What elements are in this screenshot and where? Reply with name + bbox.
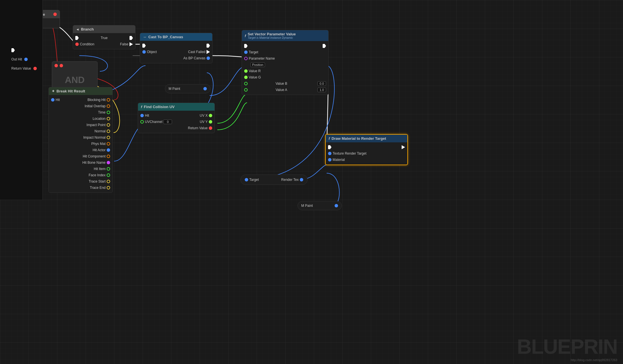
- out-hit-pin[interactable]: [24, 58, 28, 61]
- svp-valb-in[interactable]: [244, 82, 248, 85]
- branch-false-pin[interactable]: [130, 42, 133, 46]
- branch-condition-row: Condition False: [73, 41, 135, 47]
- cast-object-row: Object Cast Failed: [140, 49, 212, 55]
- phys-mat-out[interactable]: [107, 142, 110, 145]
- svp-exec-row: [242, 43, 328, 49]
- m-paint-1-out[interactable]: [203, 87, 207, 90]
- dm-material-in[interactable]: [328, 158, 331, 161]
- render-tex-out[interactable]: [300, 178, 303, 181]
- svp-valb-box[interactable]: 0.0: [317, 81, 326, 86]
- svp-valr-in[interactable]: [244, 69, 248, 73]
- fcuv-return-out[interactable]: [209, 126, 212, 130]
- cast-exec-in[interactable]: [142, 44, 146, 48]
- and-in2[interactable]: [60, 64, 63, 67]
- cast-header: ↔ Cast To BP_Canvas: [140, 33, 212, 41]
- fcuv-uvx-out[interactable]: [209, 114, 212, 117]
- as-bp-canvas-pin[interactable]: [207, 56, 210, 60]
- hit-component-out[interactable]: [107, 155, 110, 158]
- cast-object-pin[interactable]: [142, 50, 146, 54]
- set-vector-param-node: f Set Vector Parameter Value Target is M…: [242, 30, 329, 95]
- cast-exec-out[interactable]: [207, 44, 210, 48]
- cast-failed-pin[interactable]: [207, 50, 210, 54]
- svp-vala-row: Value A 1.0: [242, 87, 328, 93]
- svp-param-name-row: Parameter Name: [242, 55, 328, 62]
- trace-start-row: Trace Start: [49, 178, 112, 185]
- break-hit-icon: ✦: [52, 89, 55, 93]
- set-vector-title: Set Vector Parameter Value: [248, 32, 296, 36]
- blocking-hit-row: Hit Blocking Hit: [49, 97, 112, 103]
- svp-valb-row: Value B 0.0: [242, 80, 328, 87]
- fcuv-return-row: Return Value: [138, 125, 215, 131]
- impact-normal-out[interactable]: [107, 136, 110, 139]
- initial-overlap-out[interactable]: [107, 104, 110, 108]
- find-collision-uv-node: f Find Collision UV Hit UV X UVChannel 0…: [138, 103, 215, 133]
- dm-exec-in[interactable]: [328, 145, 331, 149]
- fcuv-uvchannel-row: UVChannel 0 UV Y: [138, 119, 215, 125]
- set-vector-icon: f: [245, 34, 246, 38]
- normal-out[interactable]: [107, 130, 110, 133]
- left-panel: Out Hit Return Value: [0, 0, 43, 200]
- left-exec-row: [9, 47, 17, 53]
- cast-result-row: As BP Canvas: [140, 55, 212, 61]
- and-in1[interactable]: [54, 64, 58, 67]
- press-left-mouse-pin-out[interactable]: [53, 13, 57, 16]
- svp-valg-in[interactable]: [244, 76, 248, 79]
- svp-exec-in[interactable]: [244, 44, 248, 48]
- dm-exec-out[interactable]: [402, 145, 405, 149]
- break-hit-header: ✦ Break Hit Result: [49, 87, 112, 95]
- set-vector-subtitle: Target is Material Instance Dynamic: [248, 36, 296, 39]
- fcuv-uvy-out[interactable]: [209, 120, 212, 124]
- fcuv-uvchannel-val[interactable]: 0: [163, 120, 172, 124]
- svp-target-row: Target: [242, 49, 328, 55]
- left-return-row: Return Value: [9, 65, 39, 72]
- dm-texture-row: Texture Render Target: [326, 150, 407, 157]
- blocking-hit-out[interactable]: [107, 98, 110, 102]
- m-paint-node-1: M Paint: [165, 84, 211, 93]
- left-exec-pin[interactable]: [11, 48, 15, 52]
- svp-target-in[interactable]: [244, 50, 248, 54]
- hit-actor-out[interactable]: [107, 148, 110, 152]
- svp-param-in[interactable]: [244, 57, 248, 60]
- m-paint-1-label: M Paint: [169, 87, 180, 91]
- fcuv-uvchannel-in[interactable]: [140, 120, 144, 124]
- dm-material-label: Material: [333, 158, 345, 162]
- hit-in[interactable]: [51, 98, 54, 102]
- phys-mat-row: Phys Mat: [49, 141, 112, 147]
- svp-vala-in[interactable]: [244, 88, 248, 92]
- target-in[interactable]: [245, 178, 248, 181]
- time-out[interactable]: [107, 111, 110, 114]
- return-value-pin[interactable]: [33, 67, 37, 70]
- hit-actor-row: Hit Actor: [49, 147, 112, 153]
- face-index-out[interactable]: [107, 173, 110, 177]
- svp-vala-box[interactable]: 1.0: [317, 88, 326, 92]
- trace-start-out[interactable]: [107, 180, 110, 183]
- impact-normal-row: Impact Normal: [49, 134, 112, 141]
- m-paint-node-2: M Paint: [298, 201, 342, 210]
- branch-true-pin[interactable]: [130, 36, 133, 40]
- branch-exec-in[interactable]: [75, 36, 79, 40]
- hit-item-out[interactable]: [107, 167, 110, 171]
- branch-header: ◄ Branch: [73, 25, 135, 33]
- draw-material-icon: f: [329, 136, 330, 141]
- m-paint-2-out[interactable]: [335, 204, 338, 207]
- branch-title: Branch: [81, 27, 94, 31]
- dm-texture-in[interactable]: [328, 152, 331, 155]
- trace-end-out[interactable]: [107, 186, 110, 189]
- fcuv-hit-in[interactable]: [140, 114, 144, 117]
- trace-end-row: Trace End: [49, 185, 112, 191]
- m-paint-2-label: M Paint: [301, 204, 313, 208]
- branch-condition-pin[interactable]: [75, 43, 79, 46]
- break-hit-title: Break Hit Result: [56, 89, 85, 93]
- svp-param-box[interactable]: Position: [250, 62, 265, 67]
- impact-point-row: Impact Point: [49, 122, 112, 128]
- dm-material-row: Material: [326, 157, 407, 163]
- hit-bone-name-row: Hit Bone Name: [49, 159, 112, 166]
- cast-exec-row: [140, 43, 212, 49]
- location-out[interactable]: [107, 117, 110, 120]
- hit-bone-out[interactable]: [107, 161, 110, 164]
- impact-point-out[interactable]: [107, 123, 110, 127]
- set-vector-header: f Set Vector Parameter Value Target is M…: [242, 30, 328, 41]
- location-row: Location: [49, 116, 112, 122]
- svp-exec-out[interactable]: [323, 44, 326, 48]
- find-collision-title: Find Collision UV: [144, 105, 175, 109]
